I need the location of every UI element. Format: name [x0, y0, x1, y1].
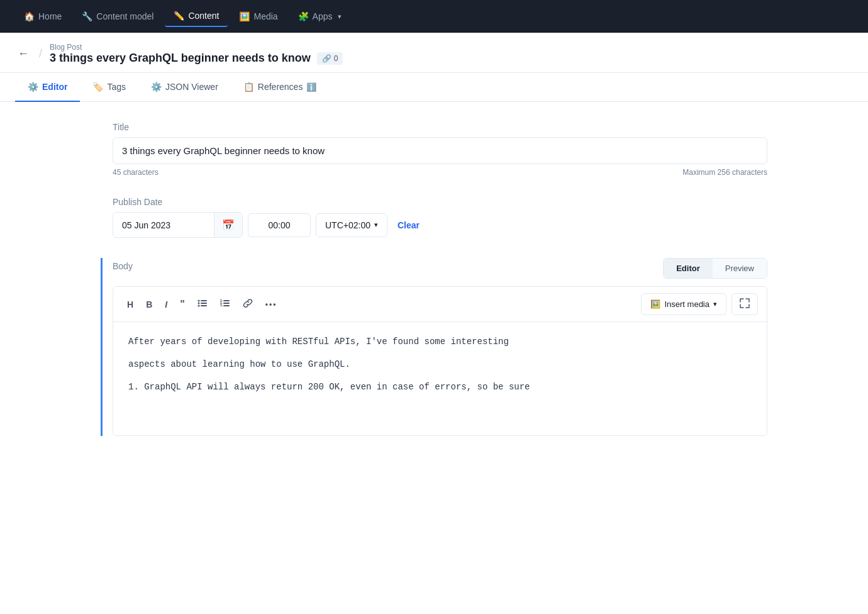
entry-title-row: 3 things every GraphQL beginner needs to…	[50, 52, 343, 65]
chevron-icon: ▾	[374, 221, 378, 229]
apps-icon: 🧩	[298, 11, 309, 21]
editor-tab-icon: ⚙️	[28, 82, 38, 92]
chevron-down-icon: ▾	[338, 13, 342, 21]
body-header: Body Editor Preview	[113, 258, 767, 279]
char-count: 45 characters	[113, 168, 159, 177]
max-chars: Maximum 256 characters	[682, 168, 767, 177]
tab-editor[interactable]: ⚙️ Editor	[15, 73, 80, 102]
editor-toolbar: H B I " 1.2.3. ••• 🖼️ Insert media	[113, 287, 767, 322]
svg-point-0	[198, 300, 199, 302]
link-count-badge[interactable]: 🔗 0	[317, 52, 343, 65]
publish-date-row: 📅 UTC+02:00 ▾ Clear	[113, 212, 767, 238]
timezone-value: UTC+02:00	[325, 220, 370, 230]
link-button[interactable]	[238, 294, 258, 314]
svg-rect-5	[201, 305, 207, 306]
home-icon: 🏠	[24, 11, 35, 21]
title-meta: 45 characters Maximum 256 characters	[113, 168, 767, 177]
toolbar-right: 🖼️ Insert media ▾	[641, 293, 758, 315]
body-editor-content[interactable]: After years of developing with RESTful A…	[113, 322, 767, 435]
nav-apps[interactable]: 🧩 Apps ▾	[289, 6, 350, 26]
title-field-section: Title 45 characters Maximum 256 characte…	[101, 122, 767, 177]
svg-rect-11	[223, 305, 230, 306]
numbered-list-button[interactable]: 1.2.3.	[215, 294, 235, 314]
italic-button[interactable]: I	[160, 296, 172, 313]
date-input-wrapper: 📅	[113, 212, 243, 238]
date-input[interactable]	[113, 214, 214, 237]
body-content-line4: 1. GraphQL API will always return 200 OK…	[128, 380, 752, 395]
timezone-selector[interactable]: UTC+02:00 ▾	[316, 213, 387, 237]
svg-rect-1	[201, 300, 207, 301]
editor-preview-toggle: Editor Preview	[663, 258, 767, 279]
body-label: Body	[113, 261, 133, 271]
pencil-icon: ✏️	[174, 11, 184, 21]
body-content-line1: After years of developing with RESTful A…	[128, 335, 752, 350]
insert-media-button[interactable]: 🖼️ Insert media ▾	[641, 293, 726, 315]
references-tab-icon: 📋	[243, 82, 254, 92]
nav-home[interactable]: 🏠 Home	[15, 6, 70, 26]
svg-rect-9	[223, 303, 230, 304]
tab-references[interactable]: 📋 References ℹ️	[231, 73, 330, 102]
tags-tab-icon: 🏷️	[92, 82, 103, 92]
time-input[interactable]	[248, 213, 311, 237]
svg-text:3.: 3.	[220, 303, 223, 307]
editor-toggle-btn[interactable]: Editor	[664, 259, 713, 278]
breadcrumb-divider: /	[39, 47, 42, 60]
entry-header: ← / Blog Post 3 things every GraphQL beg…	[0, 33, 868, 73]
fullscreen-button[interactable]	[732, 293, 758, 315]
body-field-section: Body Editor Preview H B I " 1.2.3.	[101, 258, 767, 436]
top-navigation: 🏠 Home 🔧 Content model ✏️ Content 🖼️ Med…	[0, 0, 868, 33]
nav-media[interactable]: 🖼️ Media	[230, 6, 286, 26]
back-button[interactable]: ←	[15, 45, 31, 63]
insert-media-chevron: ▾	[713, 300, 717, 308]
nav-content[interactable]: ✏️ Content	[165, 6, 228, 27]
quote-button[interactable]: "	[175, 295, 190, 314]
content-type-label: Blog Post	[50, 43, 343, 52]
bullet-list-button[interactable]	[192, 294, 213, 314]
tab-json-viewer[interactable]: ⚙️ JSON Viewer	[138, 73, 231, 102]
json-tab-icon: ⚙️	[151, 82, 162, 92]
image-icon: 🖼️	[239, 11, 250, 21]
link-icon: 🔗	[322, 54, 331, 63]
preview-toggle-btn[interactable]: Preview	[713, 259, 767, 278]
svg-point-2	[198, 303, 199, 304]
insert-media-icon: 🖼️	[650, 299, 660, 309]
title-input[interactable]	[113, 137, 767, 164]
calendar-button[interactable]: 📅	[214, 213, 242, 237]
info-icon: ℹ️	[306, 82, 316, 92]
title-label: Title	[113, 122, 767, 132]
tab-bar: ⚙️ Editor 🏷️ Tags ⚙️ JSON Viewer 📋 Refer…	[0, 73, 868, 102]
more-button[interactable]: •••	[260, 296, 282, 313]
svg-rect-3	[201, 303, 207, 304]
publish-date-field-section: Publish Date 📅 UTC+02:00 ▾ Clear	[101, 197, 767, 238]
body-content-line2: aspects about learning how to use GraphQ…	[128, 357, 752, 372]
tab-tags[interactable]: 🏷️ Tags	[80, 73, 138, 102]
main-content: Title 45 characters Maximum 256 characte…	[0, 102, 868, 456]
nav-content-model[interactable]: 🔧 Content model	[73, 6, 162, 26]
svg-rect-7	[223, 300, 230, 301]
entry-meta: Blog Post 3 things every GraphQL beginne…	[50, 43, 343, 65]
publish-date-label: Publish Date	[113, 197, 767, 207]
svg-point-4	[198, 305, 199, 307]
entry-title: 3 things every GraphQL beginner needs to…	[50, 52, 311, 65]
bold-button[interactable]: B	[141, 296, 157, 313]
clear-button[interactable]: Clear	[392, 218, 425, 233]
heading-button[interactable]: H	[122, 296, 138, 313]
body-editor-container: H B I " 1.2.3. ••• 🖼️ Insert media	[113, 286, 767, 436]
wrench-icon: 🔧	[82, 11, 92, 21]
